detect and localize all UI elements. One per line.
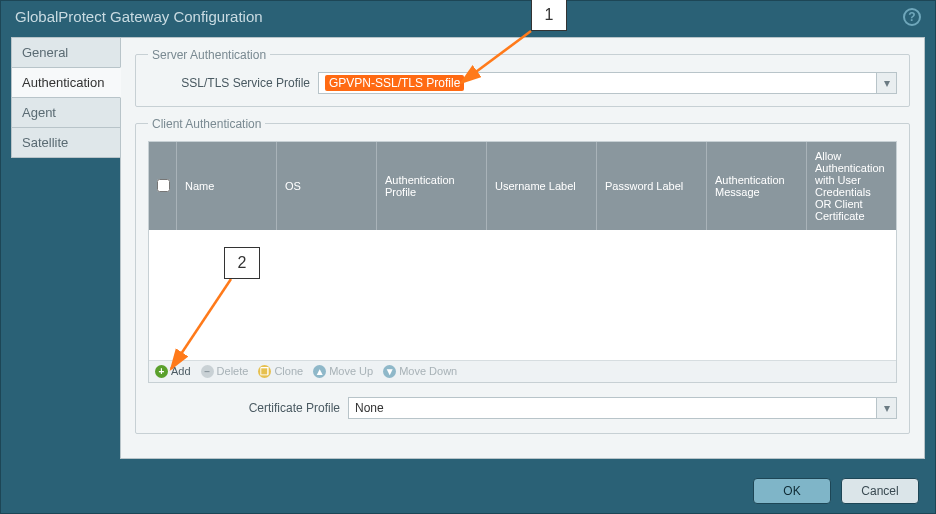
dialog-title: GlobalProtect Gateway Configuration	[15, 8, 263, 25]
cert-profile-label: Certificate Profile	[148, 401, 348, 415]
grid-body	[149, 230, 896, 360]
server-auth-group: Server Authentication SSL/TLS Service Pr…	[135, 48, 910, 107]
clone-button[interactable]: ❐Clone	[258, 365, 303, 378]
dialog-footer: OK Cancel	[1, 469, 935, 513]
move-down-button[interactable]: ▼Move Down	[383, 365, 457, 378]
client-auth-legend: Client Authentication	[148, 117, 265, 131]
ssl-profile-value: GPVPN-SSL/TLS Profile	[325, 75, 464, 91]
col-password-label: Password Label	[597, 142, 707, 230]
move-up-button[interactable]: ▲Move Up	[313, 365, 373, 378]
delete-button[interactable]: –Delete	[201, 365, 249, 378]
ssl-profile-label: SSL/TLS Service Profile	[148, 76, 318, 90]
chevron-down-icon: ▾	[876, 398, 896, 418]
select-all-checkbox[interactable]	[157, 179, 170, 192]
col-os: OS	[277, 142, 377, 230]
col-username-label: Username Label	[487, 142, 597, 230]
cert-profile-select[interactable]: None ▾	[348, 397, 897, 419]
help-icon[interactable]: ?	[903, 8, 921, 26]
col-name: Name	[177, 142, 277, 230]
arrow-up-icon: ▲	[313, 365, 326, 378]
chevron-down-icon: ▾	[876, 73, 896, 93]
side-tabs: General Authentication Agent Satellite	[11, 37, 121, 459]
ok-button[interactable]: OK	[753, 478, 831, 504]
add-button[interactable]: +Add	[155, 365, 191, 378]
tab-satellite[interactable]: Satellite	[11, 127, 121, 158]
cancel-button[interactable]: Cancel	[841, 478, 919, 504]
col-auth-message: Authentication Message	[707, 142, 807, 230]
titlebar: GlobalProtect Gateway Configuration ?	[1, 1, 935, 33]
dialog-body: General Authentication Agent Satellite S…	[1, 33, 935, 469]
ssl-profile-select[interactable]: GPVPN-SSL/TLS Profile ▾	[318, 72, 897, 94]
server-auth-legend: Server Authentication	[148, 48, 270, 62]
callout-2: 2	[224, 247, 260, 279]
tab-authentication[interactable]: Authentication	[11, 67, 121, 98]
clone-icon: ❐	[258, 365, 271, 378]
tab-general[interactable]: General	[11, 37, 121, 68]
arrow-down-icon: ▼	[383, 365, 396, 378]
client-auth-grid: Name OS Authentication Profile Username …	[148, 141, 897, 383]
tab-agent[interactable]: Agent	[11, 97, 121, 128]
minus-icon: –	[201, 365, 214, 378]
grid-header: Name OS Authentication Profile Username …	[149, 142, 896, 230]
callout-1: 1	[531, 0, 567, 31]
grid-toolbar: +Add –Delete ❐Clone ▲Move Up ▼Move Down	[149, 360, 896, 382]
col-auth-profile: Authentication Profile	[377, 142, 487, 230]
dialog-window: GlobalProtect Gateway Configuration ? Ge…	[0, 0, 936, 514]
plus-icon: +	[155, 365, 168, 378]
cert-profile-value: None	[355, 401, 384, 415]
col-allow: Allow Authentication with User Credentia…	[807, 142, 896, 230]
